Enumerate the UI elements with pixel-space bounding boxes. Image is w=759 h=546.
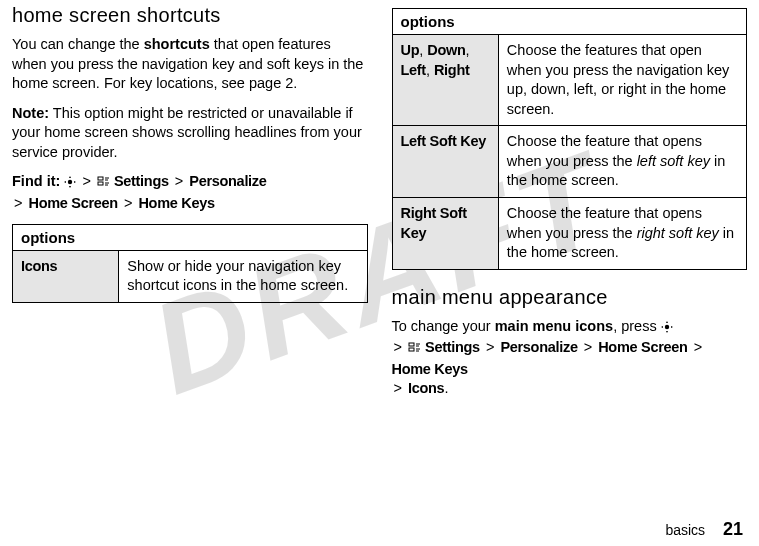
right-column: options Up, Down, Left, Right Choose the… <box>392 4 748 409</box>
row-label-icons: Icons <box>13 250 119 302</box>
dot: . <box>444 380 448 396</box>
findit-label: Find it: <box>12 173 60 189</box>
left-column: home screen shortcuts You can change the… <box>12 4 368 409</box>
path-settings: Settings <box>114 173 169 189</box>
svg-rect-4 <box>409 343 414 346</box>
label-left: Left <box>401 62 426 78</box>
gt-sep: > <box>694 339 702 355</box>
text-em: left soft key <box>637 153 710 169</box>
comma: , <box>426 62 434 78</box>
text-frag: You can change the <box>12 36 144 52</box>
two-column-layout: home screen shortcuts You can change the… <box>0 0 759 409</box>
note-label: Note: <box>12 105 49 121</box>
gt-sep: > <box>486 339 494 355</box>
options-table-left: options Icons Show or hide your navigati… <box>12 224 368 303</box>
row-label-udlr: Up, Down, Left, Right <box>392 35 498 126</box>
path-homescreen: Home Screen <box>598 339 687 355</box>
svg-rect-1 <box>98 177 103 180</box>
note-body: This option might be restricted or unava… <box>12 105 362 160</box>
gt-sep: > <box>124 195 132 211</box>
para-mainmenu: To change your main menu icons, press > … <box>392 317 748 399</box>
label-text: Left Soft Key <box>401 133 487 149</box>
gt-sep: > <box>175 173 183 189</box>
label-down: Down <box>427 42 465 58</box>
gt-sep: > <box>14 195 22 211</box>
settings-icon <box>408 340 421 360</box>
text-bold-mainmenu: main menu icons <box>495 318 613 334</box>
table-row: Left Soft Key Choose the feature that op… <box>392 126 747 198</box>
svg-rect-2 <box>98 182 103 185</box>
gt-sep: > <box>584 339 592 355</box>
gt-sep: > <box>82 173 90 189</box>
table-header-options: options <box>392 9 747 35</box>
table-row: Up, Down, Left, Right Choose the feature… <box>392 35 747 126</box>
para-note: Note: This option might be restricted or… <box>12 104 368 163</box>
path-homekeys: Home Keys <box>138 195 214 211</box>
svg-rect-5 <box>409 348 414 351</box>
footer-section: basics <box>665 522 705 538</box>
para-shortcuts-intro: You can change the shortcuts that open f… <box>12 35 368 94</box>
table-header-options: options <box>13 224 368 250</box>
path-personalize: Personalize <box>500 339 577 355</box>
path-settings: Settings <box>425 339 480 355</box>
footer-page-number: 21 <box>723 519 743 539</box>
path-homescreen: Home Screen <box>29 195 118 211</box>
label-text: Icons <box>21 258 57 274</box>
row-desc-rsk: Choose the feature that opens when you p… <box>498 197 746 269</box>
center-key-icon <box>661 319 673 339</box>
text-frag: To change your <box>392 318 495 334</box>
options-table-right: options Up, Down, Left, Right Choose the… <box>392 8 748 270</box>
row-desc-lsk: Choose the feature that opens when you p… <box>498 126 746 198</box>
settings-icon <box>97 174 110 194</box>
table-header-row: options <box>13 224 368 250</box>
center-key-icon <box>64 174 76 194</box>
path-icons: Icons <box>408 380 444 396</box>
row-desc-udlr: Choose the features that open when you p… <box>498 35 746 126</box>
gt-sep: > <box>394 380 402 396</box>
path-personalize: Personalize <box>189 173 266 189</box>
comma: , <box>466 42 470 58</box>
label-right: Right <box>434 62 470 78</box>
row-label-rsk: Right Soft Key <box>392 197 498 269</box>
label-text: Right Soft Key <box>401 205 467 241</box>
table-row: Right Soft Key Choose the feature that o… <box>392 197 747 269</box>
gt-sep: > <box>394 339 402 355</box>
page-footer: basics 21 <box>665 519 743 540</box>
section-heading-shortcuts: home screen shortcuts <box>12 4 368 27</box>
path-homekeys: Home Keys <box>392 361 468 377</box>
svg-point-0 <box>68 180 72 184</box>
text-bold-shortcuts: shortcuts <box>144 36 210 52</box>
table-row: Icons Show or hide your navigation key s… <box>13 250 368 302</box>
section-heading-mainmenu: main menu appearance <box>392 286 748 309</box>
row-label-lsk: Left Soft Key <box>392 126 498 198</box>
table-header-row: options <box>392 9 747 35</box>
text-em: right soft key <box>637 225 719 241</box>
row-desc-icons: Show or hide your navigation key shortcu… <box>119 250 367 302</box>
label-up: Up <box>401 42 420 58</box>
svg-point-3 <box>664 324 668 328</box>
para-findit: Find it: > Settings > Personalize > Home… <box>12 172 368 213</box>
text-frag: , press <box>613 318 657 334</box>
